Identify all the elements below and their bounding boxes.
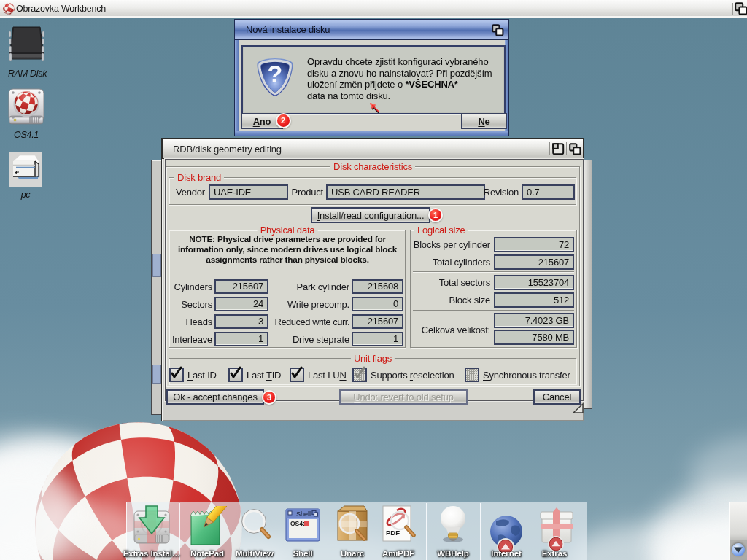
svg-text:?: ? — [268, 60, 283, 88]
svg-text:OS4:: OS4: — [290, 520, 305, 527]
svg-text:Shell: Shell — [296, 510, 311, 518]
svg-text:PDF: PDF — [386, 529, 400, 537]
